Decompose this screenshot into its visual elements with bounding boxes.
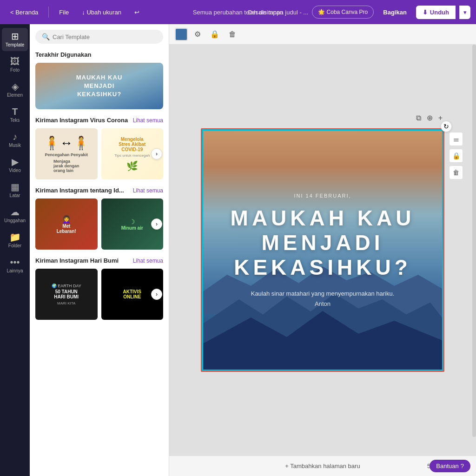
- tpl-menjaga-subtitle: Menjagajarak denganorang lain: [53, 159, 79, 173]
- template-icon: ⊞: [11, 32, 19, 41]
- sidebar-item-foto[interactable]: 🖼 Foto: [2, 53, 28, 76]
- topbar-divider: [48, 7, 49, 18]
- recent-card-text: MAUKAH KAUMENJADIKEKASIHKU?: [43, 73, 156, 99]
- sidebar-item-latar[interactable]: ▦ Latar: [2, 178, 28, 202]
- moon-icon: ☽: [129, 218, 135, 225]
- idul-fitri-see-all[interactable]: Lihat semua: [133, 187, 163, 194]
- share-button[interactable]: Bagikan: [377, 6, 412, 19]
- search-input[interactable]: [53, 33, 157, 40]
- file-button[interactable]: File: [54, 6, 73, 19]
- design-canvas-wrapper: INI 14 FEBRUARI, MAUKAH KAUMENJADIKEKASI…: [201, 128, 444, 372]
- hari-bumi-title: Kiriman Instagram Hari Bumi: [35, 257, 119, 264]
- lock-canvas-icon[interactable]: 🔒: [449, 149, 463, 163]
- sidebar-item-folder[interactable]: 📁 Folder: [2, 229, 28, 252]
- corona-scroll-btn[interactable]: ›: [151, 148, 162, 159]
- add-page-button[interactable]: + Tambahkan halaman baru: [285, 463, 360, 469]
- color-picker[interactable]: [175, 28, 188, 41]
- hari-bumi-see-all[interactable]: Lihat semua: [133, 258, 163, 264]
- earth-day-sub: 🌍 EARTH DAY: [52, 284, 81, 288]
- musik-icon: ♪: [13, 132, 17, 141]
- template-card-50tahun[interactable]: 🌍 EARTH DAY 50 TAHUNHARI BUMI MARI KITA: [35, 269, 98, 320]
- sidebar-label-folder: Folder: [8, 243, 21, 248]
- lock-icon[interactable]: 🔒: [207, 28, 222, 40]
- virus-corona-template-grid: 🧍↔️🧍 Pencegahan Penyakit Menjagajarak de…: [35, 128, 163, 179]
- tpl-minum-text: Minum air: [121, 225, 143, 231]
- icon-sidebar: ⊞ Template 🖼 Foto ◈ Elemen T Teks ♪ Musi…: [0, 24, 30, 476]
- canvas-text-content: INI 14 FEBRUARI, MAUKAH KAUMENJADIKEKASI…: [203, 131, 442, 370]
- sidebar-item-video[interactable]: ▶ Video: [2, 153, 28, 177]
- download-button[interactable]: ⬇ Unduh: [416, 6, 456, 19]
- sidebar-item-template[interactable]: ⊞ Template: [2, 28, 28, 51]
- page-actions: ⧉ ⊕ +: [414, 112, 444, 124]
- hari-bumi-template-grid: 🌍 EARTH DAY 50 TAHUNHARI BUMI MARI KITA …: [35, 269, 163, 320]
- align-icon[interactable]: ⚌: [449, 132, 463, 146]
- recent-template-card[interactable]: MAUKAH KAUMENJADIKEKASIHKU?: [35, 63, 163, 109]
- teks-icon: T: [12, 107, 18, 116]
- canvas-toolbar: ⚙ 🔒 🗑: [169, 24, 476, 45]
- rotate-handle[interactable]: ↻: [441, 121, 452, 132]
- plant-illustration: 🌿: [126, 160, 138, 172]
- download-arrow-button[interactable]: ▾: [459, 6, 470, 19]
- resize-button[interactable]: ↓ Ubah ukuran: [77, 6, 126, 19]
- tpl-covid-sub: Tips untuk mencegah: [114, 153, 150, 158]
- template-card-lebaran[interactable]: 👩‍🦱 MetLebaran!: [35, 198, 98, 250]
- canvas-subtitle: INI 14 FEBRUARI,: [294, 193, 351, 198]
- sidebar-item-musik[interactable]: ♪ Musik: [2, 128, 28, 152]
- vertical-scrollbar[interactable]: [472, 45, 476, 437]
- page-duplicate-btn[interactable]: ⧉: [414, 112, 423, 124]
- virus-corona-grid: 🧍↔️🧍 Pencegahan Penyakit Menjagajarak de…: [35, 128, 163, 179]
- sidebar-item-lainnya[interactable]: ••• Lainnya: [2, 254, 28, 277]
- template-panel: 🔍 Terakhir Digunakan MAUKAH KAUMENJADIKE…: [30, 24, 169, 476]
- sidebar-item-teks[interactable]: T Teks: [2, 103, 28, 126]
- canvas-side-actions: ⚌ 🔒 🗑: [449, 132, 463, 179]
- sidebar-item-unggahan[interactable]: ☁ Unggahan: [2, 204, 28, 227]
- hijab-person: 👩‍🦱: [62, 215, 71, 224]
- sidebar-label-latar: Latar: [10, 193, 20, 198]
- search-bar[interactable]: 🔍: [35, 30, 163, 44]
- design-canvas[interactable]: INI 14 FEBRUARI, MAUKAH KAUMENJADIKEKASI…: [202, 129, 443, 371]
- idul-scroll-btn[interactable]: ›: [151, 218, 162, 230]
- template-card-menjaga[interactable]: 🧍↔️🧍 Pencegahan Penyakit Menjagajarak de…: [35, 128, 98, 179]
- mari-kita-text: MARI KITA: [57, 301, 75, 305]
- person-illustration: 🧍↔️🧍: [44, 135, 89, 151]
- unggahan-icon: ☁: [10, 207, 20, 217]
- tpl-menjaga-text: Pencegahan Penyakit: [45, 152, 88, 157]
- idul-fitri-section-header: Kiriman Instagram tentang Id... Lihat se…: [35, 187, 163, 194]
- idul-fitri-title: Kiriman Instagram tentang Id...: [35, 187, 124, 194]
- search-icon: 🔍: [42, 33, 50, 40]
- canvas-container: ⧉ ⊕ + INI 14 FEBRUARI,: [201, 128, 444, 372]
- main-layout: ⊞ Template 🖼 Foto ◈ Elemen T Teks ♪ Musi…: [0, 24, 476, 476]
- canvas-body-text: Kaulah sinar matahari yang menyempurnaka…: [251, 289, 395, 298]
- canvas-main-title: MAUKAH KAUMENJADIKEKASIHKU?: [231, 206, 415, 280]
- video-icon: ▶: [12, 157, 19, 166]
- tpl-50tahun-text: 50 TAHUNHARI BUMI: [54, 289, 79, 299]
- sidebar-label-musik: Musik: [9, 143, 21, 148]
- sidebar-label-elemen: Elemen: [7, 93, 23, 98]
- idul-fitri-grid: 👩‍🦱 MetLebaran! ☽ Minum air ›: [35, 198, 163, 250]
- page-copy-btn[interactable]: ⊕: [425, 112, 435, 124]
- tpl-lebaran-text: MetLebaran!: [57, 224, 76, 234]
- back-button[interactable]: < Beranda: [6, 6, 43, 19]
- save-status: Semua perubahan telah disimpan: [193, 9, 283, 16]
- sidebar-label-video: Video: [9, 168, 20, 173]
- sidebar-label-foto: Foto: [10, 67, 20, 73]
- latar-icon: ▦: [11, 182, 20, 192]
- sidebar-label-unggahan: Unggahan: [4, 218, 26, 223]
- help-icon: ?: [461, 463, 464, 469]
- canva-pro-button[interactable]: 🌟 Coba Canva Pro: [312, 6, 374, 19]
- virus-corona-title: Kiriman Instagram Virus Corona: [35, 117, 128, 124]
- bumi-scroll-btn[interactable]: ›: [151, 289, 162, 300]
- undo-button[interactable]: ↩: [130, 6, 144, 19]
- lainnya-icon: •••: [10, 258, 20, 267]
- tpl-aktivis-text: AKTIVISONLINE: [123, 289, 141, 299]
- sidebar-item-elemen[interactable]: ◈ Elemen: [2, 78, 28, 101]
- virus-corona-see-all[interactable]: Lihat semua: [133, 117, 163, 124]
- filter-icon[interactable]: ⚙: [192, 28, 204, 40]
- sidebar-label-teks: Teks: [10, 118, 20, 123]
- trash-canvas-icon[interactable]: 🗑: [449, 165, 463, 179]
- hari-bumi-grid: 🌍 EARTH DAY 50 TAHUNHARI BUMI MARI KITA …: [35, 269, 163, 320]
- delete-icon[interactable]: 🗑: [226, 28, 239, 40]
- download-icon: ⬇: [423, 9, 428, 16]
- help-button[interactable]: Bantuan ?: [430, 460, 470, 472]
- topbar: < Beranda File ↓ Ubah ukuran ↩ Semua per…: [0, 0, 476, 24]
